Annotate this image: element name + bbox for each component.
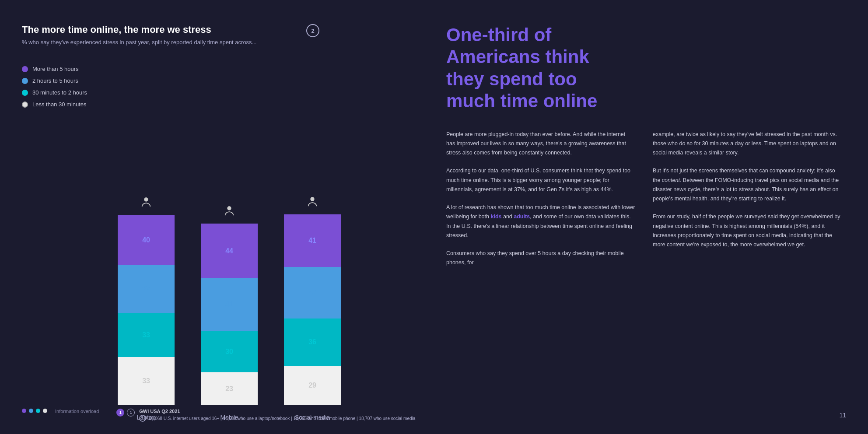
legend-label-less30m: Less than 30 minutes (32, 101, 87, 108)
left-panel: The more time online, the more we stress… (0, 0, 420, 434)
link-adults[interactable]: adults (514, 214, 530, 220)
text-p6: But it's not just the screens themselves… (653, 166, 842, 203)
text-p3: A lot of research has shown that too muc… (446, 203, 635, 240)
legend-item-less30m: Less than 30 minutes (22, 101, 87, 108)
footer-dots (22, 409, 47, 413)
legend-dot-purple (22, 66, 28, 72)
text-col-left: People are more plugged-in today than ev… (446, 130, 635, 276)
bar-seg-mobile-blue: 41 (201, 278, 258, 331)
legend-item-2to5h: 2 hours to 5 hours (22, 77, 87, 84)
bar-seg-mobile-cyan: 30 (201, 331, 258, 372)
legend-dot-white (22, 102, 28, 108)
bar-label-mobile-white: 23 (225, 385, 233, 393)
legend-dot-cyan (22, 90, 28, 96)
bar-label-laptop-cyan: 33 (142, 331, 150, 339)
bar-stack-social: 29 36 42 41 (284, 214, 341, 405)
svg-point-1 (227, 206, 231, 210)
text-col-right: example, are twice as likely to say they… (653, 130, 842, 276)
bar-label-social-purple: 41 (308, 237, 316, 245)
chart-laptop: 33 33 37 40 (118, 196, 175, 421)
footer-dot-blue (29, 409, 33, 413)
info-icon: i (139, 415, 146, 422)
legend-dot-blue (22, 78, 28, 84)
badge-1: 1 (116, 409, 124, 416)
charts-area: 33 33 37 40 (105, 61, 398, 421)
footer-dot-white (43, 409, 47, 413)
main-heading: One-third of Americans think they spend … (446, 24, 630, 112)
legend-item-30mto2h: 30 minutes to 2 hours (22, 89, 87, 96)
legend-label-2to5h: 2 hours to 5 hours (32, 77, 78, 84)
chart-mobile: 23 30 41 44 Mobile (201, 205, 258, 421)
badge-2: 1 (127, 409, 135, 416)
legend-label-more5h: More than 5 hours (32, 66, 79, 72)
footer-brand-label: Information overload (55, 409, 99, 414)
legend: More than 5 hours 2 hours to 5 hours 30 … (22, 66, 87, 108)
person-icon-social (306, 196, 318, 208)
svg-text:i: i (142, 416, 143, 421)
footer-source-detail: 20,068 U.S. internet users aged 16+ | 14… (149, 416, 415, 421)
bar-seg-laptop-blue: 37 (118, 265, 175, 313)
footer-badges: 1 1 (116, 409, 135, 416)
bar-label-mobile-blue: 41 (225, 301, 233, 308)
chart-social: 29 36 42 41 Social media (284, 196, 341, 421)
page-number-badge: 2 (306, 24, 319, 37)
bar-seg-mobile-white: 23 (201, 372, 258, 405)
legend-label-30mto2h: 30 minutes to 2 hours (32, 89, 87, 96)
bar-seg-mobile-purple: 44 (201, 224, 258, 278)
bar-label-laptop-purple: 40 (142, 236, 150, 244)
bar-label-social-blue: 42 (308, 289, 316, 297)
text-p5: example, are twice as likely to say they… (653, 130, 842, 158)
bar-seg-laptop-white: 33 (118, 357, 175, 405)
svg-point-0 (144, 197, 148, 201)
bar-seg-social-white: 29 (284, 366, 341, 405)
bar-label-social-white: 29 (308, 382, 316, 389)
footer-left: Information overload 1 1 GWI USA Q2 2021… (22, 409, 415, 422)
bar-seg-social-blue: 42 (284, 267, 341, 318)
footer-source-label: GWI USA Q2 2021 (139, 409, 415, 414)
text-p1: People are more plugged-in today than ev… (446, 130, 635, 158)
bar-seg-social-purple: 41 (284, 214, 341, 267)
bar-seg-laptop-purple: 40 (118, 215, 175, 265)
footer: Information overload 1 1 GWI USA Q2 2021… (22, 409, 846, 422)
footer-dot-purple (22, 409, 26, 413)
page-num: 11 (839, 412, 846, 419)
text-p4: Consumers who say they spend over 5 hour… (446, 249, 635, 268)
bar-label-social-cyan: 36 (308, 338, 316, 346)
text-columns: People are more plugged-in today than ev… (446, 130, 842, 276)
text-p7: From our study, half of the people we su… (653, 212, 842, 249)
bar-label-laptop-blue: 37 (142, 285, 150, 293)
bar-label-mobile-cyan: 30 (225, 348, 233, 356)
bar-label-laptop-white: 33 (142, 377, 150, 385)
bar-seg-social-cyan: 36 (284, 318, 341, 366)
bar-stack-laptop: 33 33 37 40 (118, 215, 175, 405)
bar-label-mobile-purple: 44 (225, 247, 233, 255)
svg-point-2 (310, 197, 314, 201)
chart-title: The more time online, the more we stress (22, 24, 256, 35)
right-panel: One-third of Americans think they spend … (420, 0, 868, 434)
footer-dot-cyan (36, 409, 40, 413)
chart-subtitle: % who say they've experienced stress in … (22, 39, 256, 46)
bar-stack-mobile: 23 30 41 44 (201, 224, 258, 405)
bar-seg-laptop-cyan: 33 (118, 313, 175, 357)
person-icon-mobile (223, 205, 235, 217)
legend-item-more5h: More than 5 hours (22, 66, 87, 72)
person-icon-laptop (140, 196, 152, 209)
link-kids[interactable]: kids (490, 214, 501, 220)
text-p2: According to our data, one-third of U.S.… (446, 166, 635, 194)
